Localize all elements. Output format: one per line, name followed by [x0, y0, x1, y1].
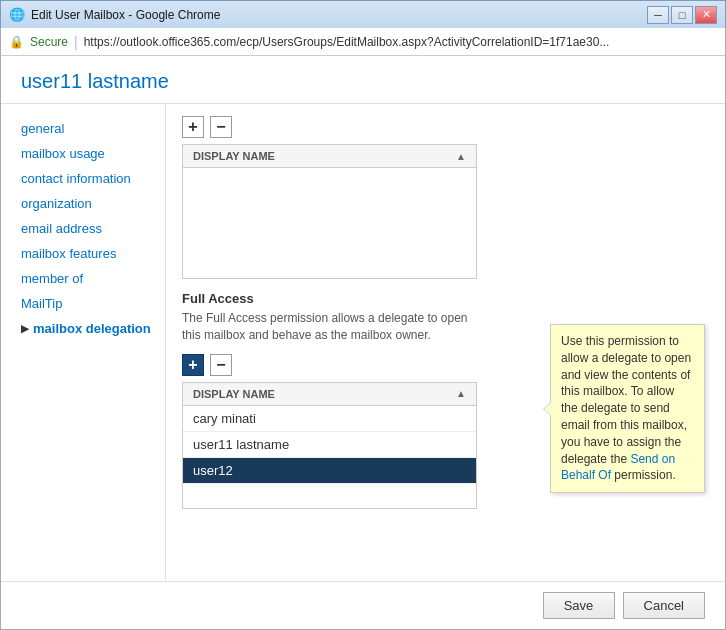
- table-row[interactable]: cary minati: [183, 406, 476, 432]
- cancel-button[interactable]: Cancel: [623, 592, 705, 619]
- nav-arrow-icon: ▶: [21, 323, 29, 334]
- sidebar-item-organization[interactable]: organization: [1, 191, 165, 216]
- full-access-title: Full Access: [182, 291, 709, 306]
- top-grid-sort-icon: ▲: [456, 151, 466, 162]
- full-access-grid-sort-icon: ▲: [456, 388, 466, 399]
- top-action-toolbar: + −: [182, 116, 709, 138]
- sidebar-item-member-of[interactable]: member of: [1, 266, 165, 291]
- top-add-button[interactable]: +: [182, 116, 204, 138]
- close-button[interactable]: ✕: [695, 6, 717, 24]
- top-data-grid: DISPLAY NAME ▲: [182, 144, 477, 279]
- sidebar-item-mailbox-delegation[interactable]: ▶ mailbox delegation: [1, 316, 165, 341]
- main-content-area: + − DISPLAY NAME ▲ Full Access The Full …: [166, 104, 725, 581]
- full-access-data-grid: DISPLAY NAME ▲ cary minati user11 lastna…: [182, 382, 477, 509]
- top-remove-button[interactable]: −: [210, 116, 232, 138]
- save-button[interactable]: Save: [543, 592, 615, 619]
- dialog-body: general mailbox usage contact informatio…: [1, 104, 725, 581]
- full-access-grid-header-label: DISPLAY NAME: [193, 388, 275, 400]
- sidebar-item-mailtip[interactable]: MailTip: [1, 291, 165, 316]
- window-title: Edit User Mailbox - Google Chrome: [31, 8, 647, 22]
- address-bar: 🔒 Secure | https://outlook.office365.com…: [0, 28, 726, 56]
- top-grid-body: [183, 168, 476, 278]
- callout-suffix: permission.: [611, 468, 676, 482]
- sidebar-item-email-address[interactable]: email address: [1, 216, 165, 241]
- minimize-button[interactable]: ─: [647, 6, 669, 24]
- table-row[interactable]: user11 lastname: [183, 432, 476, 458]
- dialog-title: user11 lastname: [21, 70, 705, 93]
- dialog-header: user11 lastname: [1, 56, 725, 104]
- window-titlebar: 🌐 Edit User Mailbox - Google Chrome ─ □ …: [0, 0, 726, 28]
- sidebar-nav: general mailbox usage contact informatio…: [1, 104, 166, 581]
- dialog-container: user11 lastname general mailbox usage co…: [0, 56, 726, 630]
- sidebar-item-general[interactable]: general: [1, 116, 165, 141]
- sidebar-item-mailbox-usage[interactable]: mailbox usage: [1, 141, 165, 166]
- full-access-description: The Full Access permission allows a dele…: [182, 310, 477, 344]
- permission-callout: Use this permission to allow a delegate …: [550, 324, 705, 493]
- secure-label: Secure: [30, 35, 68, 49]
- top-grid-header[interactable]: DISPLAY NAME ▲: [183, 145, 476, 168]
- window-controls: ─ □ ✕: [647, 6, 717, 24]
- url-display: https://outlook.office365.com/ecp/UsersG…: [84, 35, 717, 49]
- sidebar-item-mailbox-features[interactable]: mailbox features: [1, 241, 165, 266]
- dialog-footer: Save Cancel: [1, 581, 725, 629]
- sidebar-item-contact-information[interactable]: contact information: [1, 166, 165, 191]
- table-row-empty: [183, 484, 476, 508]
- lock-icon: 🔒: [9, 35, 24, 49]
- top-grid-header-label: DISPLAY NAME: [193, 150, 275, 162]
- full-access-remove-button[interactable]: −: [210, 354, 232, 376]
- table-row-selected[interactable]: user12: [183, 458, 476, 484]
- callout-text: Use this permission to allow a delegate …: [561, 334, 691, 466]
- app-icon: 🌐: [9, 7, 25, 23]
- sidebar-item-mailbox-delegation-label: mailbox delegation: [33, 321, 151, 336]
- full-access-add-button[interactable]: +: [182, 354, 204, 376]
- full-access-grid-header[interactable]: DISPLAY NAME ▲: [183, 383, 476, 406]
- maximize-button[interactable]: □: [671, 6, 693, 24]
- divider: |: [74, 34, 78, 50]
